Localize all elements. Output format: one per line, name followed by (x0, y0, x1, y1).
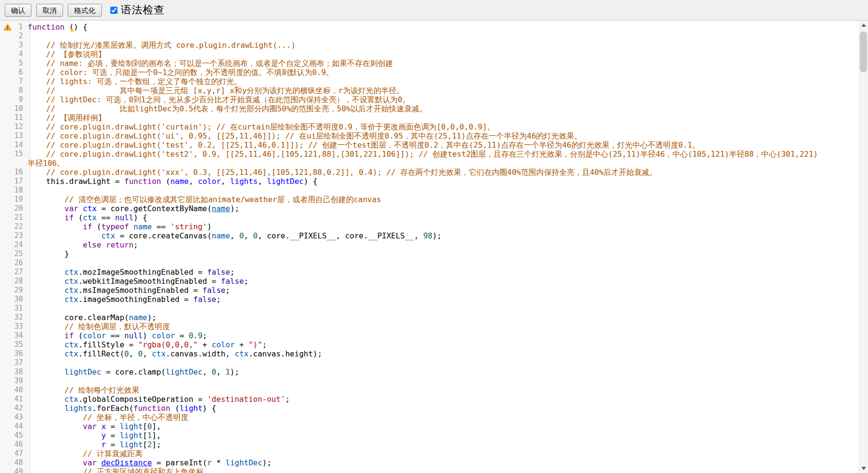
code-text[interactable]: ctx.globalCompositeOperation = 'destinat… (28, 395, 859, 404)
code-text[interactable] (28, 358, 859, 367)
code-text[interactable]: ctx.webkitImageSmoothingEnabled = false; (28, 277, 859, 286)
code-text[interactable]: ctx.msImageSmoothingEnabled = false; (28, 286, 859, 295)
code-text[interactable]: // 其中每一项是三元组 [x,y,r] x和y分别为该灯光的横纵坐标，r为该灯… (28, 86, 859, 95)
code-text[interactable]: var x = light[0], (28, 422, 859, 431)
code-line: 26 (0, 258, 859, 268)
syntax-check-checkbox[interactable] (110, 7, 117, 14)
line-number: 41 (0, 395, 28, 404)
code-text[interactable]: // 【参数说明】 (28, 50, 859, 59)
code-text[interactable]: this.drawLight = function (name, color, … (28, 177, 859, 186)
code-line: 42 lights.forEach(function (light) { (0, 404, 859, 413)
code-text[interactable]: // core.plugin.drawLight('curtain'); // … (28, 122, 859, 131)
code-line: 38 lightDec = core.clamp(lightDec, 0, 1)… (0, 367, 859, 376)
line-number: 24 (0, 240, 28, 249)
line-number: 5 (0, 59, 28, 68)
syntax-check-label: 语法检查 (121, 3, 165, 17)
code-text[interactable]: // core.plugin.drawLight('test2', 0.9, [… (28, 150, 859, 159)
code-text[interactable]: if (ctx == null) { (28, 213, 859, 222)
code-text[interactable]: // 绘制每个灯光效果 (28, 386, 859, 395)
scroll-up-icon (861, 23, 866, 27)
code-text[interactable]: lights.forEach(function (light) { (28, 404, 859, 413)
code-text[interactable]: var decDistance = parseInt(r * lightDec)… (28, 458, 859, 467)
code-text[interactable]: lightDec = core.clamp(lightDec, 0, 1); (28, 367, 859, 376)
code-text[interactable]: if (typeof name == 'string') (28, 222, 859, 231)
code-text[interactable] (28, 258, 859, 268)
code-text[interactable]: ctx = core.createCanvas(name, 0, 0, core… (28, 231, 859, 240)
line-number: 27 (0, 268, 28, 277)
code-line: 44 var x = light[0], (0, 422, 859, 431)
code-text[interactable]: core.clearMap(name); (28, 313, 859, 322)
line-number: 22 (0, 222, 28, 231)
line-number: 30 (0, 295, 28, 304)
code-line: 20 var ctx = core.getContextByName(name)… (0, 204, 859, 213)
confirm-button[interactable]: 确认 (5, 4, 32, 17)
line-number: 29 (0, 286, 28, 295)
code-text[interactable]: if (color == null) color = 0.9; (28, 331, 859, 340)
code-text[interactable]: 半径106。 (28, 159, 859, 168)
line-number (0, 159, 28, 168)
line-number: 43 (0, 413, 28, 422)
code-text[interactable]: // lightDec: 可选，0到1之间，光从多少百分比才开始衰减（在此范围内… (28, 95, 859, 104)
code-text[interactable]: // name: 必填，要绘制到的画布名；可以是一个系统画布，或者是个自定义画布… (28, 59, 859, 68)
code-line: 15 // core.plugin.drawLight('test2', 0.9… (0, 150, 859, 159)
line-number: 1 (0, 22, 28, 32)
code-line: 7 // lights: 可选，一个数组，定义了每个独立的灯光。 (0, 77, 859, 86)
code-line: 29 ctx.msImageSmoothingEnabled = false; (0, 286, 859, 295)
code-text[interactable]: r = light[2]; (28, 440, 859, 449)
code-text[interactable]: // lights: 可选，一个数组，定义了每个独立的灯光。 (28, 77, 859, 86)
format-button[interactable]: 格式化 (68, 4, 102, 17)
scroll-up-button[interactable] (859, 21, 868, 30)
line-number: 40 (0, 386, 28, 395)
line-number: 13 (0, 131, 28, 140)
code-line: 8 // 其中每一项是三元组 [x,y,r] x和y分别为该灯光的横纵坐标，r为… (0, 86, 859, 95)
line-number: 21 (0, 213, 28, 222)
line-number: 38 (0, 367, 28, 376)
line-number: 4 (0, 50, 28, 59)
code-text[interactable]: // 坐标，半径，中心不透明度 (28, 413, 859, 422)
code-text[interactable] (28, 32, 859, 41)
code-text[interactable]: // 清空色调层；也可以修改成其它层比如animate/weather层，或者用… (28, 195, 859, 204)
code-text[interactable]: // 【调用样例】 (28, 113, 859, 122)
code-text[interactable]: } (28, 249, 859, 258)
code-line: 40 // 绘制每个灯光效果 (0, 386, 859, 395)
code-text[interactable]: // core.plugin.drawLight('test', 0.2, [[… (28, 140, 859, 150)
code-text[interactable]: // 计算衰减距离 (28, 449, 859, 458)
line-number: 15 (0, 150, 28, 159)
line-number: 32 (0, 313, 28, 322)
code-text[interactable]: y = light[1], (28, 431, 859, 440)
code-text[interactable]: // 正方形区域的直径和左上角坐标 (28, 467, 859, 473)
code-text[interactable] (28, 186, 859, 195)
code-text[interactable]: // 绘制色调层，默认不透明度 (28, 322, 859, 331)
vertical-scrollbar[interactable] (859, 21, 868, 473)
line-number: 35 (0, 340, 28, 349)
cancel-button[interactable]: 取消 (36, 4, 63, 17)
code-text[interactable]: function () { (28, 22, 859, 32)
line-number: 14 (0, 140, 28, 150)
code-text[interactable] (28, 376, 859, 386)
code-text[interactable]: ctx.mozImageSmoothingEnabled = false; (28, 268, 859, 277)
code-text[interactable]: // 绘制灯光/漆黑层效果。调用方式 core.plugin.drawLight… (28, 41, 859, 50)
code-line: 45 y = light[1], (0, 431, 859, 440)
code-line: 23 ctx = core.createCanvas(name, 0, 0, c… (0, 231, 859, 240)
code-text[interactable]: ctx.fillRect(0, 0, ctx.canvas.width, ctx… (28, 349, 859, 358)
line-number: 23 (0, 231, 28, 240)
code-text[interactable]: // core.plugin.drawLight('ui', 0.95, [[2… (28, 131, 859, 140)
code-text[interactable]: ctx.imageSmoothingEnabled = false; (28, 295, 859, 304)
code-text[interactable]: var ctx = core.getContextByName(name); (28, 204, 859, 213)
code-editor[interactable]: ! 1function () {23 // 绘制灯光/漆黑层效果。调用方式 co… (0, 20, 868, 473)
code-line: 47 // 计算衰减距离 (0, 449, 859, 458)
code-line: 48 var decDistance = parseInt(r * lightD… (0, 458, 859, 467)
code-line: 27 ctx.mozImageSmoothingEnabled = false; (0, 268, 859, 277)
code-text[interactable]: else return; (28, 240, 859, 249)
line-number: 3 (0, 41, 28, 50)
code-text[interactable]: ctx.fillStyle = "rgba(0,0,0," + color + … (28, 340, 859, 349)
code-line: 12 // core.plugin.drawLight('curtain'); … (0, 122, 859, 131)
code-line: 43 // 坐标，半径，中心不透明度 (0, 413, 859, 422)
code-text[interactable]: // 比如lightDec为0.5代表，每个灯光部分内圈50%的范围全亮，50%… (28, 104, 859, 113)
code-text[interactable]: // core.plugin.drawLight('xxx', 0.3, [[2… (28, 168, 859, 177)
code-text[interactable] (28, 304, 859, 313)
scroll-down-button[interactable] (859, 464, 868, 473)
scrollbar-thumb[interactable] (860, 32, 867, 72)
code-line: 39 (0, 376, 859, 386)
code-text[interactable]: // color: 可选，只能是一个0~1之间的数，为不透明度的值。不填则默认为… (28, 68, 859, 77)
